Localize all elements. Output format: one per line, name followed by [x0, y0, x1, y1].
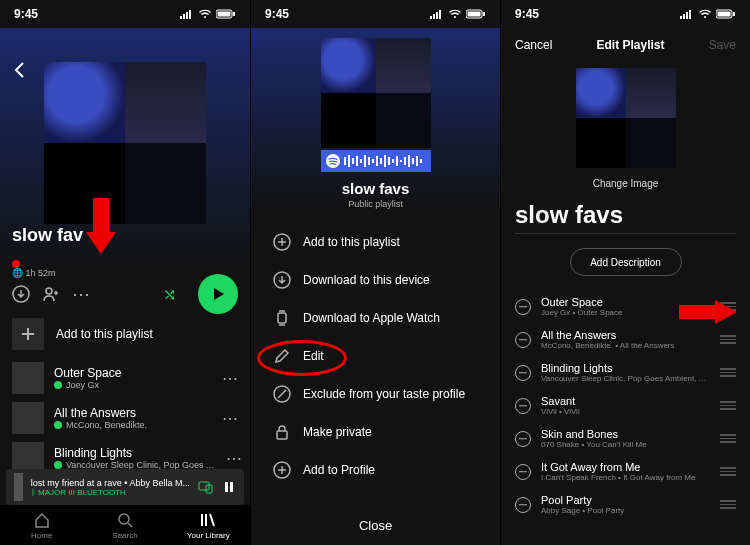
edit-track-row: SavantViVii • ViVii: [501, 389, 750, 422]
add-description-button[interactable]: Add Description: [570, 248, 682, 276]
playlist-meta: [12, 260, 20, 268]
wifi-icon: [448, 9, 462, 19]
drag-handle-icon[interactable]: [720, 434, 736, 443]
svg-rect-21: [380, 158, 382, 164]
edit-track-row: Pool PartyAbby Sage • Pool Party: [501, 488, 750, 521]
remove-track-icon[interactable]: [515, 398, 531, 414]
lock-icon: [273, 423, 291, 441]
svg-rect-16: [360, 159, 362, 163]
track-name: All the Answers: [541, 329, 710, 341]
signal-icon: [680, 9, 694, 19]
battery-icon: [466, 9, 486, 19]
svg-rect-9: [468, 12, 481, 17]
remove-track-icon[interactable]: [515, 365, 531, 381]
svg-rect-19: [372, 159, 374, 163]
menu-add-to-playlist[interactable]: Add to this playlist: [251, 223, 500, 261]
divider: [515, 233, 736, 234]
svg-rect-13: [348, 155, 350, 167]
menu-edit[interactable]: Edit: [251, 337, 500, 375]
cancel-button[interactable]: Cancel: [515, 38, 552, 52]
svg-rect-17: [364, 155, 366, 167]
playlist-artwork: [321, 38, 431, 148]
menu-label: Exclude from your taste profile: [303, 387, 465, 401]
tab-library[interactable]: Your Library: [167, 505, 250, 545]
edit-track-row: It Got Away from MeI Can't Speak French …: [501, 455, 750, 488]
status-indicators: [180, 9, 236, 19]
tab-search[interactable]: Search: [83, 505, 166, 545]
now-playing-title: lost my friend at a rave • Abby Bella M.…: [31, 478, 190, 488]
playlist-artwork: [44, 62, 206, 224]
track-name: Savant: [541, 395, 710, 407]
playlist-artwork[interactable]: [576, 68, 676, 168]
svg-rect-29: [412, 158, 414, 164]
change-image-button[interactable]: Change Image: [501, 178, 750, 189]
status-bar: 9:45: [501, 0, 750, 28]
close-button[interactable]: Close: [347, 506, 404, 545]
drag-handle-icon[interactable]: [720, 368, 736, 377]
track-row[interactable]: Outer Space Joey Gx ⋯: [0, 358, 250, 398]
add-user-icon[interactable]: [42, 285, 60, 303]
menu-add-profile[interactable]: Add to Profile: [251, 451, 500, 489]
svg-rect-30: [416, 156, 418, 166]
spotify-code[interactable]: [321, 150, 431, 172]
svg-rect-15: [356, 156, 358, 166]
track-more-icon[interactable]: ⋯: [222, 409, 238, 428]
svg-rect-12: [344, 157, 346, 165]
shuffle-icon[interactable]: ⤭: [163, 285, 176, 304]
drag-handle-icon[interactable]: [720, 467, 736, 476]
remove-track-icon[interactable]: [515, 431, 531, 447]
track-name: It Got Away from Me: [541, 461, 710, 473]
track-more-icon[interactable]: ⋯: [226, 449, 242, 468]
svg-rect-31: [420, 159, 422, 163]
menu-exclude[interactable]: Exclude from your taste profile: [251, 375, 500, 413]
play-button[interactable]: [198, 274, 238, 314]
playlist-title: slow fav: [12, 225, 83, 246]
downloaded-icon: [54, 421, 62, 429]
tab-label: Home: [31, 531, 52, 540]
menu-download-device[interactable]: Download to this device: [251, 261, 500, 299]
save-button[interactable]: Save: [709, 38, 736, 52]
track-name: All the Answers: [54, 406, 147, 420]
track-name: Skin and Bones: [541, 428, 710, 440]
now-playing-bar[interactable]: lost my friend at a rave • Abby Bella M.…: [6, 469, 244, 505]
pause-icon[interactable]: [222, 480, 236, 494]
tab-bar: Home Search Your Library: [0, 505, 250, 545]
track-row[interactable]: All the Answers McCono, Benedikte. ⋯: [0, 398, 250, 438]
menu-download-watch[interactable]: Download to Apple Watch: [251, 299, 500, 337]
remove-track-icon[interactable]: [515, 464, 531, 480]
menu-make-private[interactable]: Make private: [251, 413, 500, 451]
track-sub: 070 Shake • You Can't Kill Me: [541, 440, 710, 449]
more-button[interactable]: ⋯: [72, 283, 90, 305]
track-name: Outer Space: [541, 296, 710, 308]
back-chevron-icon[interactable]: [10, 60, 30, 80]
devices-icon[interactable]: [198, 479, 214, 495]
add-to-playlist-row[interactable]: Add to this playlist: [0, 310, 250, 358]
menu-label: Add to Profile: [303, 463, 375, 477]
menu-subtitle: Public playlist: [348, 199, 403, 209]
tab-label: Your Library: [187, 531, 230, 540]
playlist-title-field[interactable]: slow favs: [501, 189, 750, 233]
remove-track-icon[interactable]: [515, 332, 531, 348]
now-playing-thumb: [14, 473, 23, 501]
track-name: Blinding Lights: [54, 446, 216, 460]
remove-track-icon[interactable]: [515, 299, 531, 315]
wifi-icon: [698, 9, 712, 19]
drag-handle-icon[interactable]: [720, 302, 736, 311]
tab-home[interactable]: Home: [0, 505, 83, 545]
svg-rect-36: [277, 431, 287, 439]
svg-point-7: [119, 514, 129, 524]
svg-rect-5: [199, 482, 209, 490]
edit-track-row: All the AnswersMcCono, Benedikte. • All …: [501, 323, 750, 356]
remove-track-icon[interactable]: [515, 497, 531, 513]
battery-icon: [716, 9, 736, 19]
drag-handle-icon[interactable]: [720, 335, 736, 344]
track-more-icon[interactable]: ⋯: [222, 369, 238, 388]
drag-handle-icon[interactable]: [720, 401, 736, 410]
track-name: Outer Space: [54, 366, 121, 380]
menu-label: Edit: [303, 349, 324, 363]
track-sub: Joey Gx: [66, 380, 99, 390]
downloaded-icon: [54, 381, 62, 389]
download-icon[interactable]: [12, 285, 30, 303]
track-thumb: [12, 402, 44, 434]
drag-handle-icon[interactable]: [720, 500, 736, 509]
